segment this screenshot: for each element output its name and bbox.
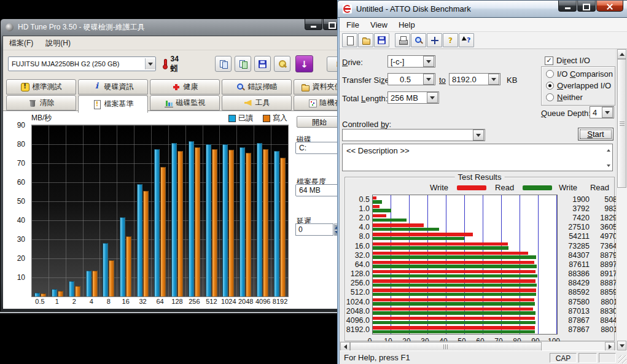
save-floppy-icon — [378, 36, 386, 44]
preview-button[interactable] — [411, 33, 426, 47]
atto-maximize-button[interactable] — [577, 1, 596, 12]
chevron-down-icon[interactable] — [423, 56, 434, 67]
radio-option-2[interactable]: Neither — [546, 92, 615, 102]
hdtune-menu-item-0[interactable]: 檔案(F) — [9, 38, 33, 48]
transfer-to-dropdown[interactable]: 8192.0 — [449, 73, 500, 85]
context-help-button[interactable] — [459, 33, 474, 47]
atto-menu-help[interactable]: Help — [393, 20, 421, 29]
controlled-by-dropdown[interactable] — [342, 129, 485, 141]
drive-dropdown[interactable]: [-c-] — [387, 55, 435, 68]
description-box[interactable]: << Description >> — [342, 144, 613, 171]
scroll-right-icon[interactable] — [605, 342, 615, 351]
scroll-down-icon[interactable] — [617, 341, 626, 350]
chevron-down-icon[interactable] — [423, 74, 434, 85]
result-row-label: 64.0 — [345, 260, 372, 269]
tab-清除[interactable]: 清除 — [6, 95, 76, 110]
hdtune-minimize-button[interactable] — [305, 19, 322, 30]
scroll-left-icon[interactable] — [340, 342, 350, 351]
vertical-scrollbar[interactable] — [616, 49, 627, 350]
results-column-headers: Write Read — [545, 183, 609, 192]
result-row-label: 2.0 — [345, 214, 372, 222]
download-button[interactable]: ↓ — [295, 55, 313, 72]
atto-menu-file[interactable]: File — [341, 20, 365, 29]
vertical-scrollbar-thumb[interactable] — [617, 59, 626, 188]
io-mode-group: I/O ComparisonOverlapped I/ONeither — [541, 66, 615, 106]
save-floppy-button[interactable] — [374, 33, 389, 47]
y-tick-label: 70 — [17, 159, 25, 168]
filebench-icon — [93, 100, 101, 109]
total-length-dropdown[interactable]: 256 MB — [387, 91, 439, 104]
scroll-down-icon[interactable] — [607, 165, 610, 169]
tab-錯誤掃瞄[interactable]: 錯誤掃瞄 — [222, 79, 292, 95]
atto-menu-view[interactable]: View — [365, 20, 393, 29]
tab-label: 檔案基準 — [104, 99, 134, 109]
chevron-down-icon[interactable] — [145, 58, 155, 69]
result-row-bars — [372, 279, 558, 288]
atto-titlebar[interactable]: Untitled - ATTO Disk Benchmark — [337, 0, 627, 18]
help-button[interactable] — [443, 33, 458, 47]
legend-item: 已讀 — [228, 113, 253, 123]
tab-標準測試[interactable]: 標準測試 — [6, 79, 76, 95]
tab-硬碟資訊[interactable]: 硬碟資訊 — [78, 79, 148, 95]
x-tick-label: 32 — [134, 298, 152, 305]
radio-option-1[interactable]: Overlapped I/O — [546, 80, 615, 90]
print-button[interactable] — [395, 33, 410, 47]
scroll-up-icon[interactable] — [617, 49, 626, 59]
settings-button[interactable] — [274, 56, 290, 72]
x-tick-label: 1024 — [220, 298, 237, 305]
drive-select[interactable]: FUJITSU MJA2250BH G2 (250 GB) — [8, 56, 156, 71]
queue-depth-dropdown[interactable]: 4 — [590, 106, 614, 118]
open-folder-button[interactable] — [358, 33, 373, 47]
atto-close-button[interactable] — [596, 1, 623, 12]
read-bar-0.5 — [373, 200, 382, 203]
result-row-bars — [372, 195, 558, 204]
write-bar-8192 — [280, 158, 286, 296]
chart-category-1 — [49, 125, 66, 296]
radio-option-0[interactable]: I/O Comparison — [546, 69, 615, 79]
chart-category-0.5 — [32, 125, 49, 296]
new-doc-button[interactable] — [342, 33, 357, 47]
thermometer-icon — [162, 59, 168, 69]
read-bar-256 — [189, 141, 194, 296]
copy-image-button[interactable] — [235, 56, 251, 72]
atto-minimize-button[interactable] — [558, 1, 577, 12]
delay-input[interactable]: 0 — [295, 223, 333, 236]
result-row-256.0: 256.08842988874 — [345, 279, 614, 288]
transfer-to-value: 8192.0 — [450, 75, 488, 84]
hdtune-menu-item-1[interactable]: 說明(H) — [45, 38, 71, 48]
settings-icon — [278, 60, 287, 68]
chevron-down-icon[interactable] — [602, 107, 613, 118]
start-button[interactable]: Start — [578, 128, 613, 141]
read-bar-8 — [103, 243, 108, 296]
read-bar-64 — [154, 149, 160, 296]
copy-text-button[interactable] — [215, 56, 232, 72]
save-floppy-button[interactable] — [254, 56, 271, 72]
chevron-down-icon[interactable] — [473, 130, 484, 141]
write-value: 88429 — [558, 279, 590, 287]
move-cross-button[interactable] — [427, 33, 442, 47]
chevron-down-icon[interactable] — [427, 92, 438, 103]
x-tick-label: 256 — [185, 298, 203, 305]
transfer-from-dropdown[interactable]: 0.5 — [387, 73, 435, 85]
scroll-up-icon[interactable] — [607, 147, 610, 152]
result-row-bars — [372, 213, 558, 222]
horizontal-scrollbar-thumb[interactable] — [350, 342, 542, 351]
tab-工具[interactable]: 工具 — [222, 95, 292, 110]
write-bar-4096 — [263, 149, 268, 296]
hdtune-start-button[interactable]: 開始 — [297, 116, 342, 128]
tab-健康[interactable]: 健康 — [150, 79, 220, 95]
tab-磁碟監視[interactable]: 磁碟監視 — [150, 95, 220, 110]
hdtune-titlebar[interactable]: HD Tune Pro 3.50 - 硬碟檢測-維護工具 — [1, 19, 369, 36]
tab-檔案基準[interactable]: 檔案基準 — [78, 95, 148, 113]
resize-grip[interactable] — [618, 355, 626, 363]
chevron-down-icon[interactable] — [488, 74, 499, 85]
result-row-label: 8192.0 — [345, 325, 372, 334]
result-row-8192.0: 8192.08786788011 — [345, 325, 614, 335]
write-value: 54211 — [558, 232, 590, 241]
read-bar-1.0 — [373, 209, 391, 212]
write-bar-1 — [58, 291, 63, 296]
move-cross-icon — [430, 36, 439, 45]
atto-statusbar: For Help, press F1 CAP — [340, 350, 627, 364]
queue-depth-value: 4 — [590, 108, 601, 117]
direct-io-checkbox[interactable]: ✓ Direct I/O — [545, 56, 590, 65]
